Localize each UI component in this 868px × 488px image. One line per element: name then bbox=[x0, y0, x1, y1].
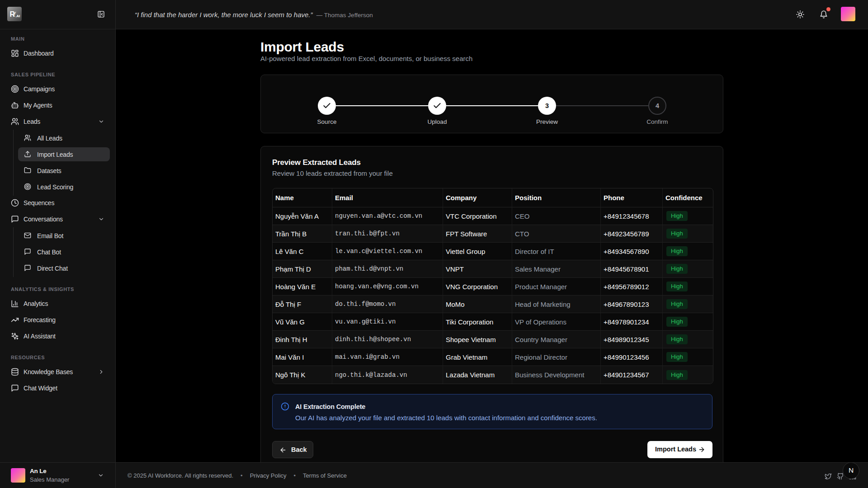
svg-text:.AI: .AI bbox=[15, 14, 20, 18]
